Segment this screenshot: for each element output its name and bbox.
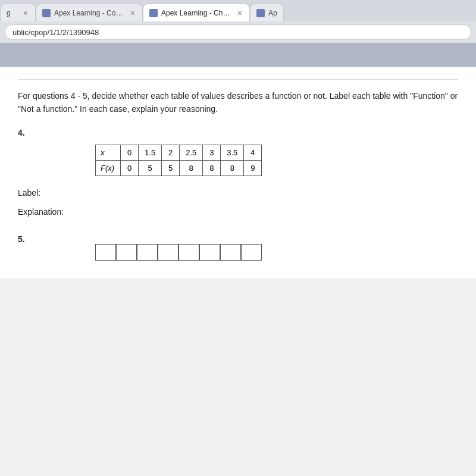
instructions-text: For questions 4 - 5, decide whether each… [18,89,458,116]
tab-bar: g × Apex Learning - Courses × Apex Learn… [0,0,476,21]
label-line: Label: [18,188,458,198]
tab-checkup-label: Apex Learning - Checkup [161,9,233,17]
header-band [0,43,476,67]
partial-cell-1 [95,244,116,261]
table-cell-x3: 2.5 [180,145,203,160]
tab-prev[interactable]: g × [0,4,36,21]
table-row-fx: F(x) 0 5 5 8 8 8 9 [96,160,262,176]
tab-prev-label: g [7,9,18,17]
tab-courses-label: Apex Learning - Courses [54,9,126,17]
question4-table: x 0 1.5 2 2.5 3 3.5 4 F(x) 0 5 5 8 8 8 9 [95,145,262,176]
label-prefix: Label: [18,188,40,198]
tab-courses[interactable]: Apex Learning - Courses × [36,4,143,21]
address-bar-row [0,21,476,43]
tab-checkup-favicon [149,9,158,17]
content-area: For questions 4 - 5, decide whether each… [0,67,476,278]
browser-chrome: g × Apex Learning - Courses × Apex Learn… [0,0,476,43]
table-cell-x4: 3 [203,145,221,160]
table-cell-fx4: 8 [203,160,221,176]
tab-prev-close[interactable]: × [22,9,29,17]
tab-checkup[interactable]: Apex Learning - Checkup × [143,4,250,21]
table-cell-fx2: 5 [162,160,180,176]
address-bar-input[interactable] [5,24,471,40]
explanation-prefix: Explanation: [18,207,64,217]
partial-cell-7 [220,244,241,261]
table-header-x: x [96,145,121,160]
tab-next-label: Ap [268,9,277,17]
tab-next[interactable]: Ap [250,4,284,21]
table-cell-x0: 0 [121,145,139,160]
partial-cell-4 [158,244,178,261]
separator [18,79,458,80]
table-cell-fx5: 8 [221,160,244,176]
tab-next-favicon [256,9,265,17]
tab-courses-close[interactable]: × [129,9,136,17]
partial-cell-2 [116,244,137,261]
table-header-fx: F(x) [96,160,121,176]
explanation-line: Explanation: [18,207,458,217]
partial-cell-8 [241,244,262,261]
table-cell-fx1: 5 [139,160,162,176]
table-cell-x2: 2 [162,145,180,160]
partial-cell-3 [137,244,158,261]
table-cell-x6: 4 [244,145,262,160]
table-cell-fx6: 9 [244,160,262,176]
question4-number: 4. [18,128,458,137]
question5-partial-table [95,244,458,261]
table-cell-x5: 3.5 [221,145,244,160]
table-cell-fx3: 8 [180,160,203,176]
table-cell-fx0: 0 [121,160,139,176]
partial-cell-6 [199,244,220,261]
tab-courses-favicon [42,9,51,17]
table-cell-x1: 1.5 [139,145,162,160]
partial-cell-5 [178,244,199,261]
tab-checkup-close[interactable]: × [236,9,243,17]
question5-number: 5. [18,234,458,244]
table-row-x: x 0 1.5 2 2.5 3 3.5 4 [96,145,262,160]
